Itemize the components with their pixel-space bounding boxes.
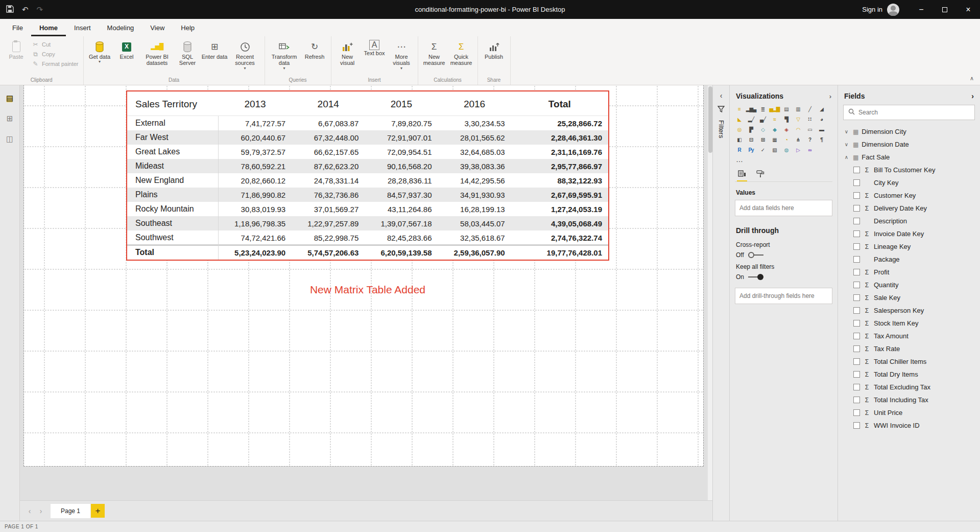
report-view-button[interactable]: ▤	[6, 94, 13, 103]
field-checkbox[interactable]	[853, 294, 860, 301]
matrix-row[interactable]: Plains71,86,990.8276,32,736.8684,57,937.…	[127, 188, 608, 202]
close-button[interactable]: ×	[957, 0, 980, 19]
field-checkbox[interactable]	[853, 397, 860, 403]
canvas-vertical-scrollbar[interactable]	[707, 85, 712, 500]
matrix-row[interactable]: Great Lakes59,79,372.5766,62,157.6572,09…	[127, 145, 608, 159]
q-and-a-icon[interactable]: ?	[805, 135, 814, 144]
matrix-column-header[interactable]: 2015	[365, 95, 438, 116]
100-stacked-column-chart-icon[interactable]: ▥	[794, 105, 802, 113]
matrix-cell[interactable]: New England	[127, 173, 219, 188]
matrix-cell[interactable]: Total	[127, 245, 219, 260]
field-description[interactable]: Description	[838, 215, 980, 227]
ribbon-chart-icon[interactable]: ≈	[770, 115, 779, 124]
field-checkbox[interactable]	[853, 422, 860, 429]
format-painter-button[interactable]: ✎ Format painter	[32, 60, 79, 67]
matrix-cell[interactable]: 74,72,421.66	[219, 230, 292, 245]
shape-map-icon[interactable]: ◈	[782, 125, 791, 134]
matrix-cell[interactable]: 2,67,69,595.91	[511, 188, 608, 202]
field-sale-key[interactable]: ΣSale Key	[838, 291, 980, 304]
decomposition-tree-icon[interactable]: ⋔	[794, 135, 802, 144]
matrix-icon[interactable]: ▦	[770, 135, 779, 144]
matrix-cell[interactable]: 16,28,199.13	[438, 202, 511, 216]
field-checkbox[interactable]	[853, 345, 860, 352]
field-quantity[interactable]: ΣQuantity	[838, 279, 980, 291]
matrix-row[interactable]: Southeast1,18,96,798.351,22,97,257.891,3…	[127, 216, 608, 230]
metrics-icon[interactable]: ✓	[758, 146, 767, 154]
field-total-including-tax[interactable]: ΣTotal Including Tax	[838, 394, 980, 406]
field-city-key[interactable]: City Key	[838, 176, 980, 189]
line-chart-icon[interactable]: ╱	[805, 105, 814, 113]
undo-icon[interactable]: ↶	[22, 6, 29, 13]
matrix-row[interactable]: External7,41,727.576,67,083.877,89,820.7…	[127, 116, 608, 131]
matrix-cell[interactable]: 30,83,019.93	[219, 202, 292, 216]
get-data-button[interactable]: Get data ▾	[86, 37, 113, 77]
chevron-up-icon[interactable]: ∧	[843, 154, 850, 160]
arcgis-map-icon[interactable]: ◍	[782, 146, 791, 154]
fields-table-dimension-date[interactable]: ∨▦Dimension Date	[838, 138, 980, 151]
transform-data-button[interactable]: Transform data ▾	[268, 37, 301, 77]
field-total-dry-items[interactable]: ΣTotal Dry Items	[838, 368, 980, 381]
matrix-cell[interactable]: 59,79,372.57	[219, 145, 292, 159]
redo-icon[interactable]: ↷	[37, 6, 43, 13]
stacked-area-chart-icon[interactable]: ◣	[735, 115, 744, 124]
copy-button[interactable]: ⧉ Copy	[32, 51, 79, 58]
field-tax-amount[interactable]: ΣTax Amount	[838, 330, 980, 342]
filters-pane-label[interactable]: Filters	[718, 120, 725, 138]
cross-report-toggle[interactable]	[748, 251, 763, 259]
save-icon[interactable]	[6, 5, 14, 14]
drill-through-field-well[interactable]: Add drill-through fields here	[735, 288, 832, 304]
matrix-cell[interactable]: Mideast	[127, 159, 219, 173]
report-page[interactable]: Sales Territory2013201420152016Total Ext…	[24, 85, 703, 466]
search-input[interactable]	[858, 109, 970, 116]
map-icon[interactable]: ◇	[758, 125, 767, 134]
matrix-column-header[interactable]: Total	[511, 95, 608, 116]
matrix-cell[interactable]: 14,42,295.56	[438, 173, 511, 188]
quick-measure-button[interactable]: Σ Quick measure	[448, 37, 475, 77]
matrix-cell[interactable]: 19,77,76,428.01	[511, 245, 608, 260]
funnel-chart-icon[interactable]: ▽	[794, 115, 802, 124]
field-delivery-date-key[interactable]: ΣDelivery Date Key	[838, 202, 980, 215]
expand-filters-icon[interactable]: ‹	[720, 91, 723, 100]
new-measure-button[interactable]: Σ New measure	[421, 37, 448, 77]
menu-tab-view[interactable]: View	[142, 19, 173, 36]
stacked-bar-chart-icon[interactable]: ≡	[735, 105, 744, 113]
menu-tab-file[interactable]: File	[4, 19, 31, 36]
more-visuals-button[interactable]: ⋯ More visuals ▾	[388, 37, 415, 77]
collapse-visualizations-icon[interactable]: ›	[829, 92, 831, 100]
matrix-cell[interactable]: 5,74,57,206.63	[292, 245, 365, 260]
minimize-button[interactable]: −	[910, 0, 933, 19]
model-view-button[interactable]: ◫	[6, 134, 13, 144]
field-lineage-key[interactable]: ΣLineage Key	[838, 240, 980, 253]
matrix-cell[interactable]: 5,23,24,023.90	[219, 245, 292, 260]
100-stacked-bar-chart-icon[interactable]: ▤	[782, 105, 791, 113]
new-page-button[interactable]: +	[91, 504, 105, 518]
enter-data-button[interactable]: ⊞ Enter data	[201, 37, 228, 77]
matrix-cell[interactable]: 2,28,46,361.30	[511, 130, 608, 145]
kpi-icon[interactable]: ◧	[735, 135, 744, 144]
field-profit[interactable]: ΣProfit	[838, 266, 980, 279]
publish-button[interactable]: Publish	[481, 37, 508, 77]
field-checkbox[interactable]	[853, 243, 860, 250]
sql-server-button[interactable]: SQL Server	[174, 37, 201, 77]
field-checkbox[interactable]	[853, 358, 860, 365]
collapse-ribbon-icon[interactable]: ∧	[970, 75, 974, 82]
matrix-cell[interactable]: 76,32,736.86	[292, 188, 365, 202]
field-customer-key[interactable]: ΣCustomer Key	[838, 189, 980, 202]
matrix-cell[interactable]: 84,57,937.30	[365, 188, 438, 202]
r-script-visual-icon[interactable]: R	[735, 146, 744, 154]
clustered-column-chart-icon[interactable]: ▅▂▇	[770, 105, 779, 113]
menu-tab-insert[interactable]: Insert	[66, 19, 99, 36]
matrix-cell[interactable]: External	[127, 116, 219, 131]
slicer-icon[interactable]: ⊟	[747, 135, 755, 144]
data-view-button[interactable]: ⊞	[7, 114, 13, 123]
field-checkbox[interactable]	[853, 205, 860, 212]
field-checkbox[interactable]	[853, 230, 860, 237]
field-checkbox[interactable]	[853, 333, 860, 339]
matrix-cell[interactable]: 6,20,59,139.58	[365, 245, 438, 260]
matrix-cell[interactable]: 78,60,592.21	[219, 159, 292, 173]
matrix-cell[interactable]: 66,62,157.65	[292, 145, 365, 159]
matrix-cell[interactable]: 1,27,24,053.19	[511, 202, 608, 216]
clustered-bar-chart-icon[interactable]: ≣	[758, 105, 767, 113]
matrix-cell[interactable]: Plains	[127, 188, 219, 202]
field-checkbox[interactable]	[853, 371, 860, 378]
